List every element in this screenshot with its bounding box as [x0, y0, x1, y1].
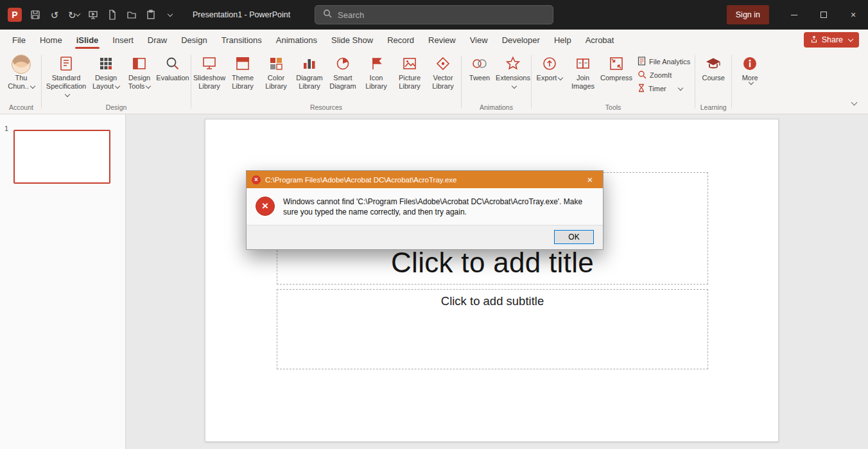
error-icon: ×	[256, 197, 275, 216]
save-icon[interactable]	[30, 9, 41, 21]
maximize-button[interactable]	[809, 0, 838, 30]
ribbon-group-account: Thu Chun.. Account	[1, 50, 41, 114]
clipboard-icon[interactable]	[145, 9, 157, 21]
ribbon-button-design-layout[interactable]: Design Layout	[90, 52, 122, 92]
diagram-library-icon	[301, 53, 318, 74]
ribbon-button-design-tools[interactable]: Design Tools	[123, 52, 155, 92]
undo-icon[interactable]: ↺	[49, 9, 60, 21]
customize-qat-chevron-icon[interactable]	[164, 9, 176, 21]
evaluation-icon	[164, 53, 181, 74]
tab-review[interactable]: Review	[421, 30, 463, 50]
redo-icon[interactable]: ↻	[68, 9, 80, 21]
powerpoint-logo-icon[interactable]: P	[8, 8, 22, 22]
share-button[interactable]: Share	[804, 32, 859, 48]
new-document-icon[interactable]	[107, 9, 118, 21]
ribbon-group-animations: Tween Extensions Animations	[462, 50, 531, 114]
error-dialog-body: × Windows cannot find 'C:\Program Files\…	[247, 188, 603, 225]
tab-view[interactable]: View	[463, 30, 495, 50]
minimize-button[interactable]: ─	[779, 0, 809, 30]
ribbon-button-vector-library[interactable]: Vector Library	[427, 52, 459, 92]
search-input[interactable]	[338, 10, 545, 20]
user-avatar	[12, 53, 31, 74]
ribbon-button-more[interactable]: More	[734, 52, 766, 85]
close-button[interactable]: ×	[838, 0, 868, 30]
dialog-close-icon[interactable]: ×	[582, 174, 598, 185]
chevron-down-icon	[115, 83, 120, 88]
slide-thumbnail-1[interactable]	[13, 130, 110, 184]
chevron-down-icon	[848, 36, 853, 41]
tab-record[interactable]: Record	[380, 30, 421, 50]
ribbon-button-extensions[interactable]: Extensions	[497, 52, 529, 92]
open-folder-icon[interactable]	[126, 9, 137, 21]
vector-library-icon	[435, 53, 451, 74]
timer-icon	[638, 84, 645, 94]
ribbon-button-file-analytics[interactable]: File Analytics	[638, 57, 690, 67]
ribbon-button-export[interactable]: Export	[534, 52, 566, 84]
tab-insert[interactable]: Insert	[105, 30, 141, 50]
ok-button[interactable]: OK	[554, 230, 594, 244]
group-label-account: Account	[9, 103, 33, 114]
tab-slide-show[interactable]: Slide Show	[324, 30, 380, 50]
tab-islide[interactable]: iSlide	[69, 30, 106, 50]
tab-file[interactable]: File	[5, 30, 33, 50]
tab-home[interactable]: Home	[33, 30, 69, 50]
islide-more-icon	[742, 53, 758, 74]
tab-draw[interactable]: Draw	[141, 30, 174, 50]
ribbon-button-theme-library[interactable]: Theme Library	[227, 52, 259, 92]
ribbon-button-zoomit[interactable]: ZoomIt	[638, 70, 690, 80]
maximize-icon	[820, 12, 827, 18]
compress-icon	[608, 53, 625, 74]
quick-access-toolbar: P ↺ ↻	[0, 8, 176, 22]
titlebar-right-controls: Sign in ─ ×	[727, 0, 868, 30]
tab-developer[interactable]: Developer	[495, 30, 547, 50]
ribbon-group-more: More	[732, 50, 768, 114]
subtitle-placeholder[interactable]: Click to add subtitle	[277, 289, 708, 369]
search-box[interactable]	[315, 5, 553, 24]
account-button[interactable]: Thu Chun..	[3, 52, 39, 92]
ribbon-button-timer[interactable]: Timer	[638, 84, 690, 94]
ribbon-button-standard-specification[interactable]: Standard Specification	[44, 52, 89, 100]
search-icon	[323, 9, 332, 21]
ribbon-button-slideshow-library[interactable]: Slideshow Library	[193, 52, 225, 92]
title-bar: P ↺ ↻ Presentation1 - PowerPoint Sign in…	[0, 0, 868, 30]
collapse-ribbon-button[interactable]	[850, 97, 856, 109]
theme-library-icon	[234, 53, 251, 74]
slide-editing-surface: Click to add title Click to add subtitle	[205, 119, 779, 442]
ribbon-button-icon-library[interactable]: Icon Library	[360, 52, 392, 92]
ribbon-button-evaluation[interactable]: Evaluation	[157, 52, 189, 84]
ribbon-button-diagram-library[interactable]: Diagram Library	[293, 52, 326, 92]
ribbon-button-compress[interactable]: Compress	[600, 52, 632, 84]
ribbon-button-smart-diagram[interactable]: Smart Diagram	[327, 52, 359, 92]
ribbon-button-color-library[interactable]: Color Library	[260, 52, 292, 92]
tab-transitions[interactable]: Transitions	[214, 30, 269, 50]
tab-animations[interactable]: Animations	[269, 30, 324, 50]
chevron-down-icon	[30, 83, 35, 88]
tab-acrobat[interactable]: Acrobat	[578, 30, 621, 50]
error-dialog-footer: OK	[247, 225, 603, 249]
share-label: Share	[822, 35, 843, 44]
group-label-learning: Learning	[700, 103, 727, 114]
ribbon-button-course[interactable]: Course	[697, 52, 729, 84]
standard-specification-icon	[58, 53, 74, 74]
error-dialog: × C:\Program Files\Adobe\Acrobat DC\Acro…	[246, 170, 603, 250]
share-icon	[810, 35, 818, 45]
ribbon-button-join-images[interactable]: Join Images	[567, 52, 599, 92]
chevron-down-icon	[558, 75, 563, 80]
tools-small-buttons: File Analytics ZoomIt Timer	[634, 52, 693, 94]
start-slideshow-icon[interactable]	[87, 9, 99, 21]
chevron-down-icon	[64, 91, 69, 96]
extensions-star-icon	[505, 53, 521, 74]
zoomit-icon	[638, 70, 647, 80]
editor-canvas: Click to add title Click to add subtitle	[126, 114, 868, 449]
sign-in-button[interactable]: Sign in	[727, 5, 769, 24]
ribbon-button-tween[interactable]: Tween	[464, 52, 496, 84]
tab-design[interactable]: Design	[174, 30, 214, 50]
tab-help[interactable]: Help	[547, 30, 578, 50]
chevron-down-icon	[75, 11, 80, 16]
export-icon	[541, 53, 558, 74]
group-label-tools: Tools	[605, 103, 621, 114]
account-user-label: Thu Chun..	[8, 74, 28, 90]
main-area: 1 Click to add title Click to add subtit…	[0, 114, 868, 449]
window-title: Presentation1 - PowerPoint	[193, 10, 290, 19]
ribbon-button-picture-library[interactable]: Picture Library	[394, 52, 426, 92]
